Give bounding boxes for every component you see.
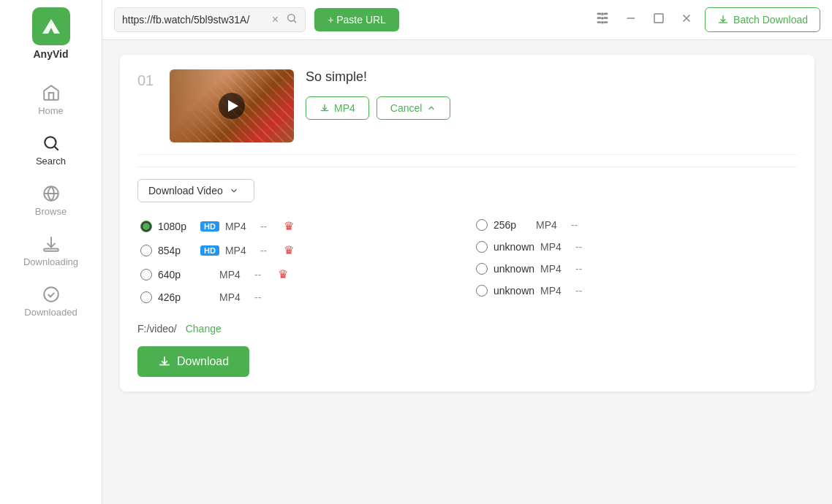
mp4-btn-label: MP4 [334,102,355,114]
video-title: So simple! [306,69,797,85]
video-thumbnail[interactable] [170,69,294,142]
quality-size-unknown2: -- [575,263,593,275]
quality-radio-unknown1[interactable] [476,241,488,253]
sidebar-item-downloaded[interactable]: Downloaded [0,276,102,327]
menu-icon-button[interactable] [592,8,613,32]
quality-size-unknown1: -- [575,241,593,253]
crown-icon-854p: ♛ [284,243,294,257]
quality-format-426p: MP4 [219,291,249,303]
url-clear-button[interactable]: × [271,14,280,26]
minimize-button[interactable] [621,9,640,31]
svg-rect-10 [597,22,600,23]
quality-left-col: 1080p HD MP4 -- ♛ 854p HD MP4 -- [137,214,461,308]
video-actions: MP4 Cancel [306,96,797,120]
search-icon [42,134,61,153]
quality-format-640p: MP4 [219,269,249,280]
play-button[interactable] [219,93,245,119]
svg-point-4 [288,15,295,21]
quality-format-256p: MP4 [536,219,565,231]
quality-format-1080p: MP4 [225,221,254,232]
hd-badge-1080p: HD [200,221,219,232]
chevron-down-icon [229,186,239,196]
quality-format-854p: MP4 [225,245,254,256]
svg-point-7 [602,21,603,23]
sidebar-item-browse-label: Browse [35,206,67,217]
svg-point-6 [602,18,603,19]
quality-radio-256p[interactable] [476,219,488,231]
quality-radio-640p[interactable] [140,269,152,280]
batch-download-button[interactable]: Batch Download [705,7,820,32]
logo-area: AnyVid [32,7,70,60]
home-icon [42,83,61,102]
batch-download-label: Batch Download [733,14,808,26]
quality-radio-1080p[interactable] [140,221,152,232]
sidebar-item-browse[interactable]: Browse [0,175,102,226]
download-button[interactable]: Download [137,346,249,377]
download-options: Download Video 1080p HD [137,167,797,377]
quality-radio-unknown2[interactable] [476,263,488,275]
downloaded-icon [42,285,61,304]
svg-point-5 [602,13,603,15]
download-icon [319,103,330,113]
menu-icon [595,11,610,26]
quality-radio-426p[interactable] [140,291,152,303]
maximize-button[interactable] [649,9,668,31]
quality-size-854p: -- [260,245,278,256]
main-area: × + Paste URL [102,0,832,504]
quality-format-unknown3: MP4 [540,285,570,297]
quality-radio-unknown3[interactable] [476,285,488,297]
svg-rect-2 [44,249,58,251]
downloading-icon [42,234,61,253]
cancel-button[interactable]: Cancel [377,96,451,120]
quality-row-unknown3: unknown MP4 -- [473,280,797,302]
quality-label-854p: 854p [158,245,194,256]
quality-label-1080p: 1080p [158,221,194,232]
minimize-icon [624,12,638,25]
browse-icon [42,184,61,203]
quality-label-426p: 426p [158,291,194,303]
quality-grid: 1080p HD MP4 -- ♛ 854p HD MP4 -- [137,214,797,308]
quality-size-640p: -- [254,269,272,280]
svg-rect-11 [605,13,608,14]
quality-size-1080p: -- [260,221,278,232]
quality-row-unknown2: unknown MP4 -- [473,258,797,280]
sidebar-item-downloading[interactable]: Downloading [0,226,102,276]
cancel-btn-label: Cancel [390,102,423,114]
video-header: 01 So simple! MP4 [137,69,797,142]
topbar: × + Paste URL [102,0,832,40]
search-icon [286,12,298,24]
sidebar-item-home[interactable]: Home [0,75,102,125]
crown-icon-1080p: ♛ [284,219,294,233]
download-type-dropdown[interactable]: Download Video [137,179,254,202]
quality-format-unknown1: MP4 [540,241,570,253]
svg-point-0 [45,137,56,148]
hd-badge-854p: HD [200,245,219,256]
svg-rect-8 [597,13,600,14]
save-path-text: F:/video/ [137,323,177,335]
quality-radio-854p[interactable] [140,245,152,256]
svg-rect-14 [654,14,663,23]
quality-right-col: 256p MP4 -- unknown MP4 -- [473,214,797,308]
quality-label-256p: 256p [493,219,530,231]
svg-rect-13 [605,22,608,23]
app-name: AnyVid [34,48,69,60]
change-path-link[interactable]: Change [186,323,222,335]
url-search-button[interactable] [286,12,298,27]
sidebar-item-search[interactable]: Search [0,125,102,175]
close-button[interactable] [677,9,696,31]
mp4-button[interactable]: MP4 [306,96,369,120]
divider [137,154,797,155]
download-btn-label: Download [177,355,229,368]
svg-rect-12 [605,18,608,18]
sidebar: AnyVid Home Search Browse Downloading [0,0,102,504]
url-input[interactable] [122,14,265,26]
maximize-icon [652,12,665,25]
close-icon [680,12,693,25]
quality-row-640p: 640p MP4 -- ♛ [137,262,461,286]
paste-url-button[interactable]: + Paste URL [314,8,399,31]
video-meta: So simple! MP4 Cancel [306,69,797,120]
quality-size-256p: -- [571,219,589,231]
video-card: 01 So simple! MP4 [120,55,814,392]
sidebar-item-search-label: Search [36,156,66,167]
app-logo-icon [32,7,70,45]
